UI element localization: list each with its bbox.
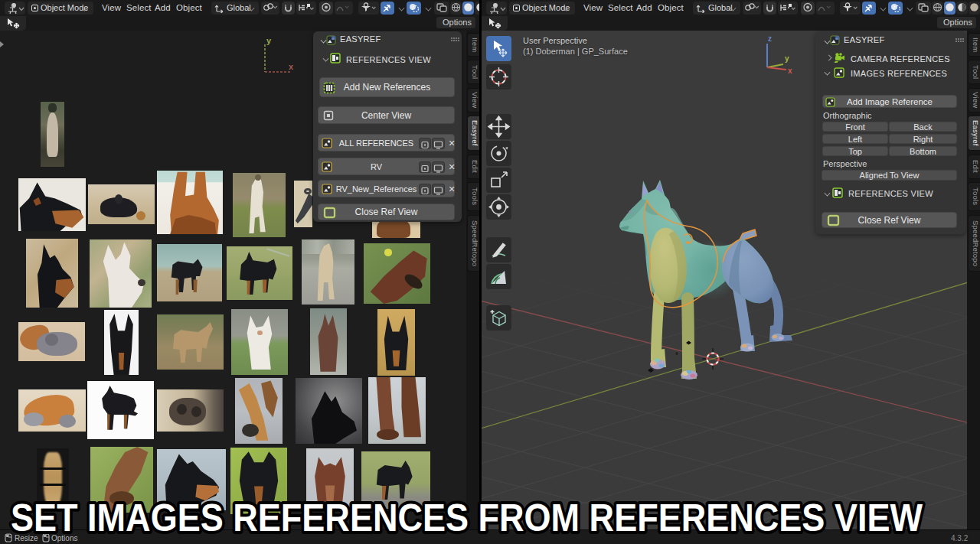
svg-text:SET IMAGES REFERENCES FROM REF: SET IMAGES REFERENCES FROM REFERENCES VI… [11,497,923,539]
svg-text:x: x [788,67,792,75]
svg-text:x: x [289,62,294,71]
svg-text:y: y [266,36,272,45]
svg-text:z: z [768,34,772,43]
svg-text:y: y [785,54,789,63]
